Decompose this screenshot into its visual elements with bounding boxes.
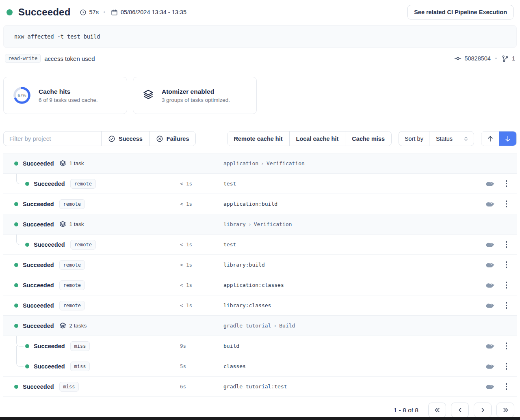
- cache-hit-percent: 67%: [13, 86, 31, 105]
- task-name: application:build: [223, 201, 277, 207]
- row-status-label: Succeeded: [23, 282, 54, 289]
- sort-direction-group: [481, 131, 517, 146]
- cache-status-badge: miss: [59, 382, 79, 392]
- task-duration: 5s: [180, 363, 186, 369]
- task-row[interactable]: Succeededremote< 1sapplication:classes: [3, 275, 517, 295]
- gradle-elephant-icon[interactable]: [485, 302, 494, 308]
- task-name: library:build: [223, 262, 265, 268]
- x-circle-icon: [156, 135, 163, 142]
- row-status-label: Succeeded: [23, 221, 54, 228]
- atomizer-card[interactable]: Atomizer enabled 3 groups of tasks optim…: [133, 77, 257, 114]
- gradle-elephant-icon[interactable]: [485, 282, 494, 288]
- header: Succeeded 57s 05/06/2024 13:34 - 13:35 S…: [0, 0, 520, 23]
- task-duration: < 1s: [180, 282, 192, 288]
- task-count: 1 task: [69, 160, 84, 166]
- status-dot: [14, 263, 18, 267]
- row-status-label: Succeeded: [23, 323, 54, 329]
- gradle-elephant-icon[interactable]: [485, 343, 494, 349]
- clock-icon: [80, 9, 87, 16]
- kebab-menu-icon[interactable]: [505, 362, 508, 370]
- task-duration: < 1s: [180, 181, 192, 187]
- next-page-button[interactable]: [474, 403, 492, 418]
- kebab-menu-icon[interactable]: [505, 200, 508, 208]
- task-name: library:classes: [223, 302, 271, 308]
- row-status-label: Succeeded: [34, 181, 65, 187]
- chevron-separator: ›: [273, 323, 277, 329]
- gradle-elephant-icon[interactable]: [485, 262, 494, 268]
- task-count: 2 tasks: [69, 323, 87, 329]
- row-status-label: Succeeded: [34, 241, 65, 248]
- task-group-row[interactable]: Succeeded1 taskapplication›Verification: [3, 153, 517, 174]
- row-status-label: Succeeded: [23, 201, 54, 207]
- gradle-elephant-icon[interactable]: [485, 181, 494, 187]
- task-name: classes: [223, 363, 246, 369]
- task-group-row[interactable]: Succeeded2 tasksgradle-tutorial›Build: [3, 316, 517, 336]
- kebab-menu-icon[interactable]: [505, 301, 508, 310]
- status-dot: [25, 243, 29, 247]
- kebab-menu-icon[interactable]: [505, 342, 508, 350]
- task-row[interactable]: Succeededmiss5sclasses: [3, 356, 517, 377]
- failures-filter-button[interactable]: Failures: [149, 131, 196, 146]
- task-name: build: [223, 343, 239, 349]
- last-page-button[interactable]: [496, 403, 514, 418]
- task-row[interactable]: Succeededremote< 1stest: [3, 174, 517, 194]
- commit-info[interactable]: 50828504 1: [454, 55, 515, 62]
- task-duration: < 1s: [180, 302, 192, 308]
- filter-by-project-input[interactable]: [4, 131, 101, 146]
- sort-select[interactable]: Status: [429, 131, 474, 146]
- task-duration: < 1s: [180, 241, 192, 248]
- task-duration: < 1s: [180, 262, 192, 268]
- page-summary: 1 - 8 of 8: [394, 407, 418, 414]
- command-bar: nxw affected -t test build: [3, 25, 517, 48]
- first-page-button[interactable]: [428, 403, 446, 418]
- row-status-label: Succeeded: [23, 383, 54, 390]
- chevron-separator: ›: [261, 160, 264, 166]
- task-group-row[interactable]: Succeeded1 tasklibrary›Verification: [3, 214, 517, 235]
- gradle-elephant-icon[interactable]: [485, 363, 494, 369]
- gradle-elephant-icon[interactable]: [485, 241, 494, 248]
- cache-miss-button[interactable]: Cache miss: [345, 131, 391, 146]
- atomizer-title: Atomizer enabled: [162, 88, 230, 95]
- kebab-menu-icon[interactable]: [505, 179, 508, 188]
- cache-status-badge: remote: [59, 301, 85, 310]
- cache-status-badge: miss: [70, 341, 90, 351]
- cache-status-badge: remote: [59, 260, 85, 270]
- success-filter-button[interactable]: Success: [101, 131, 149, 146]
- kebab-menu-icon[interactable]: [505, 261, 508, 269]
- tree-connector-line: [16, 174, 23, 194]
- duration-meta: 57s: [80, 9, 99, 16]
- task-row[interactable]: Succeededmiss6sgradle-tutorial:test: [3, 377, 517, 397]
- task-row[interactable]: Succeededremote< 1slibrary:build: [3, 255, 517, 275]
- task-row[interactable]: Succeededremote< 1slibrary:classes: [3, 295, 517, 316]
- previous-page-button[interactable]: [451, 403, 469, 418]
- kebab-menu-icon[interactable]: [505, 240, 508, 249]
- local-cache-hit-button[interactable]: Local cache hit: [289, 131, 345, 146]
- branch-count: 1: [512, 55, 515, 62]
- sort-ascending-button[interactable]: [481, 131, 499, 146]
- run-status-dot: [6, 9, 13, 15]
- cache-hits-title: Cache hits: [39, 88, 98, 95]
- sort-by-label: Sort by: [399, 131, 429, 146]
- row-actions: [485, 362, 508, 370]
- kebab-menu-icon[interactable]: [505, 281, 508, 289]
- task-name: test: [223, 241, 236, 248]
- cache-hits-card[interactable]: 67% Cache hits 6 of 9 tasks used cache.: [3, 77, 127, 114]
- row-actions: [485, 301, 508, 310]
- status-dot: [14, 324, 18, 328]
- cache-hit-ring-chart: 67%: [13, 86, 31, 105]
- layers-icon: [59, 220, 67, 228]
- remote-cache-hit-button[interactable]: Remote cache hit: [228, 131, 289, 146]
- gradle-elephant-icon[interactable]: [485, 383, 494, 390]
- gradle-elephant-icon[interactable]: [485, 201, 494, 207]
- filter-toolbar: Success Failures Remote cache hit Local …: [3, 131, 517, 146]
- pagination: 1 - 8 of 8: [0, 403, 514, 418]
- task-row[interactable]: Succeededmiss9sbuild: [3, 336, 517, 356]
- task-row[interactable]: Succeededremote< 1sapplication:build: [3, 194, 517, 214]
- unfold-chevrons-icon: [463, 136, 469, 142]
- chevron-separator: ›: [248, 221, 251, 227]
- see-related-ci-pipeline-button[interactable]: See related CI Pipeline Execution: [407, 5, 514, 19]
- kebab-menu-icon[interactable]: [505, 382, 508, 391]
- sort-descending-button[interactable]: [499, 131, 516, 146]
- task-row[interactable]: Succeededremote< 1stest: [3, 235, 517, 255]
- task-name: gradle-tutorial:test: [223, 383, 287, 390]
